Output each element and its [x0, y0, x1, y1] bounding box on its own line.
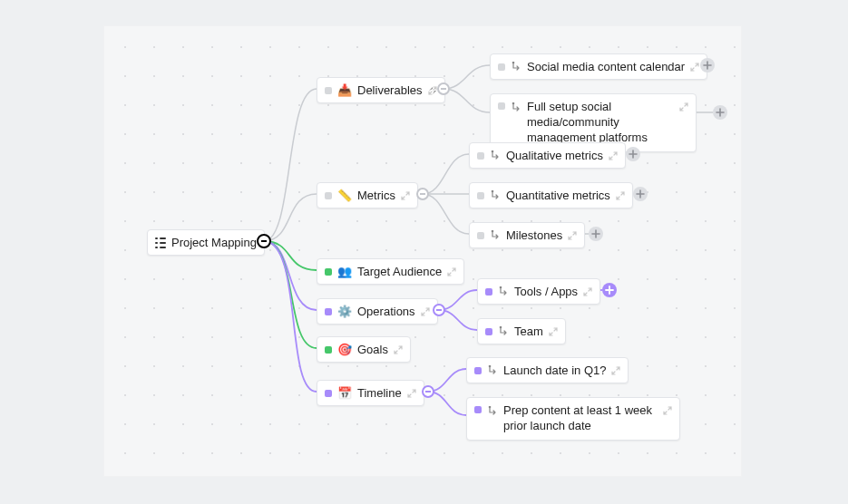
- node-operations[interactable]: ⚙️ Operations: [317, 298, 438, 325]
- svg-point-3: [492, 190, 494, 192]
- add-button[interactable]: [626, 147, 640, 161]
- square-icon: [325, 346, 332, 354]
- svg-point-1: [512, 102, 515, 104]
- square-icon: [485, 288, 492, 296]
- expand-icon: [663, 406, 672, 415]
- node-label: Launch date in Q1?: [503, 363, 606, 377]
- expand-icon: [679, 102, 688, 111]
- subtask-icon: [490, 150, 501, 161]
- expand-icon: [428, 86, 437, 95]
- node-label: Operations: [357, 305, 415, 318]
- subtask-icon: [498, 326, 509, 337]
- subtask-icon: [511, 62, 521, 73]
- expand-icon: [616, 191, 625, 200]
- node-smcc[interactable]: Social media content calendar: [490, 53, 707, 80]
- square-icon: [498, 102, 505, 110]
- node-label: Milestones: [506, 228, 562, 242]
- subtask-icon: [498, 286, 509, 297]
- root-label: Project Mapping: [171, 236, 257, 249]
- expand-icon: [401, 191, 410, 200]
- expand-icon: [549, 327, 558, 336]
- add-button[interactable]: [713, 105, 727, 120]
- square-icon: [325, 268, 332, 276]
- add-button[interactable]: [700, 58, 715, 73]
- square-icon: [325, 390, 332, 397]
- hub-deliverables[interactable]: [437, 82, 450, 95]
- square-icon: [325, 192, 332, 199]
- node-launch-date[interactable]: Launch date in Q1?: [466, 357, 629, 383]
- expand-icon: [690, 63, 699, 72]
- node-tools-apps[interactable]: Tools / Apps: [477, 278, 600, 305]
- square-icon: [325, 308, 332, 315]
- node-label: Quantitative metrics: [506, 189, 610, 202]
- svg-point-6: [500, 326, 502, 328]
- node-timeline[interactable]: 📅 Timeline: [317, 380, 424, 406]
- expand-icon: [407, 389, 416, 398]
- node-target-audience[interactable]: 👥 Target Audience: [317, 258, 464, 285]
- expand-icon: [583, 287, 592, 296]
- hub-metrics[interactable]: [416, 188, 429, 200]
- square-icon: [474, 367, 482, 374]
- add-button[interactable]: [633, 187, 648, 201]
- node-team[interactable]: Team: [477, 318, 566, 344]
- square-icon: [325, 87, 332, 94]
- node-prep-content[interactable]: Prep content at least 1 week prior launc…: [466, 397, 680, 441]
- root-hub[interactable]: [257, 234, 271, 248]
- square-icon: [477, 232, 484, 239]
- node-label: Goals: [357, 343, 388, 356]
- mindmap-canvas[interactable]: Project Mapping 📥 Deliverables 📏 Metrics…: [103, 25, 742, 477]
- timeline-emoji: 📅: [337, 387, 352, 399]
- svg-point-4: [492, 230, 494, 232]
- expand-icon: [421, 307, 430, 316]
- add-button[interactable]: [589, 227, 603, 241]
- subtask-icon: [490, 190, 501, 201]
- svg-point-8: [489, 406, 492, 408]
- expand-icon: [447, 267, 456, 276]
- operations-emoji: ⚙️: [337, 305, 352, 317]
- subtask-icon: [511, 102, 521, 113]
- expand-icon: [609, 151, 618, 160]
- node-root[interactable]: Project Mapping: [147, 229, 265, 256]
- expand-icon: [394, 345, 403, 354]
- square-icon: [477, 192, 484, 199]
- node-label: Timeline: [357, 386, 402, 400]
- deliverables-emoji: 📥: [337, 84, 352, 96]
- node-label: Prep content at least 1 week prior launc…: [503, 403, 658, 434]
- node-metrics[interactable]: 📏 Metrics: [317, 182, 418, 208]
- node-milestones[interactable]: Milestones: [469, 222, 585, 248]
- add-button[interactable]: [602, 283, 617, 297]
- svg-point-5: [500, 286, 502, 288]
- square-icon: [474, 406, 482, 413]
- node-goals[interactable]: 🎯 Goals: [317, 336, 411, 363]
- metrics-emoji: 📏: [337, 189, 352, 201]
- node-label: Full setup social media/community manage…: [527, 100, 674, 146]
- list-icon: [155, 237, 166, 248]
- expand-icon: [568, 231, 577, 240]
- node-quantitative[interactable]: Quantitative metrics: [469, 182, 633, 208]
- node-label: Metrics: [357, 189, 395, 202]
- node-deliverables[interactable]: 📥 Deliverables: [317, 77, 445, 103]
- node-label: Target Audience: [357, 265, 442, 278]
- hub-timeline[interactable]: [422, 385, 434, 398]
- svg-point-2: [492, 150, 494, 152]
- expand-icon: [611, 366, 620, 375]
- node-label: Social media content calendar: [527, 60, 685, 73]
- hub-operations[interactable]: [433, 304, 445, 316]
- node-label: Tools / Apps: [514, 285, 578, 298]
- subtask-icon: [490, 230, 501, 241]
- node-label: Deliverables: [357, 83, 423, 97]
- goals-emoji: 🎯: [337, 344, 352, 355]
- subtask-icon: [487, 365, 498, 376]
- svg-point-0: [512, 62, 515, 63]
- node-label: Qualitative metrics: [506, 149, 603, 162]
- node-label: Team: [514, 325, 543, 338]
- square-icon: [498, 63, 505, 71]
- svg-point-7: [489, 365, 492, 367]
- square-icon: [485, 328, 492, 335]
- square-icon: [477, 152, 484, 160]
- target-emoji: 👥: [337, 266, 352, 277]
- subtask-icon: [487, 406, 498, 417]
- node-qualitative[interactable]: Qualitative metrics: [469, 142, 626, 169]
